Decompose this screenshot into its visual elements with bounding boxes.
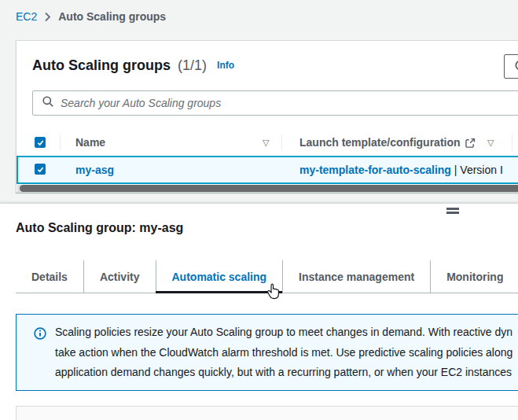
search-input[interactable] (61, 97, 518, 109)
breadcrumb: EC2 Auto Scaling groups (16, 10, 166, 23)
table-row[interactable]: my-asg my-template-for-auto-scaling | Ve… (17, 156, 518, 184)
banner-line: Scaling policies resize your Auto Scalin… (55, 322, 512, 343)
policies-section-header (16, 406, 518, 420)
sort-icon[interactable]: ▽ (487, 130, 494, 156)
column-header-name[interactable]: Name (75, 130, 105, 156)
asg-name-link[interactable]: my-asg (75, 157, 114, 182)
tab-automatic-scaling[interactable]: Automatic scaling (156, 260, 283, 293)
table-header: Name ▽ Launch template/configuration ▽ (17, 130, 518, 156)
banner-text: Scaling policies resize your Auto Scalin… (55, 322, 512, 383)
page-title-text: Auto Scaling groups (32, 57, 171, 73)
external-link-icon[interactable] (465, 138, 476, 152)
row-checkbox[interactable] (35, 164, 46, 175)
tab-label: Monitoring (446, 271, 503, 283)
tab-label: Details (31, 271, 68, 283)
tab-monitoring[interactable]: Monitoring (430, 260, 518, 293)
refresh-icon (514, 59, 518, 74)
page-title: Auto Scaling groups (1/1) Info (32, 57, 234, 74)
check-icon (36, 138, 45, 147)
tab-label: Automatic scaling (172, 271, 267, 283)
split-panel-title: Auto Scaling group: my-asg (16, 221, 183, 235)
split-panel: Auto Scaling group: my-asg Details Activ… (0, 203, 518, 420)
info-banner: Scaling policies resize your Auto Scalin… (16, 314, 518, 391)
tab-bar: Details Activity Automatic scaling Insta… (16, 260, 518, 293)
tab-label: Activity (100, 271, 140, 283)
tab-instance-management[interactable]: Instance management (282, 260, 430, 293)
column-header-launch-template[interactable]: Launch template/configuration (299, 130, 461, 156)
column-divider (512, 134, 512, 151)
info-link[interactable]: Info (217, 60, 234, 71)
column-divider (281, 134, 282, 151)
breadcrumb-chevron-icon (44, 12, 51, 22)
horizontal-scrollbar[interactable] (17, 185, 518, 192)
refresh-button[interactable] (504, 54, 518, 79)
banner-line: take action when the CloudWatch alarm th… (55, 343, 512, 363)
breadcrumb-current: Auto Scaling groups (58, 10, 166, 23)
launch-template-cell: my-template-for-auto-scaling | Version I (299, 157, 503, 182)
asg-table-panel: Auto Scaling groups (1/1) Info Name ▽ La… (16, 40, 518, 193)
tab-activity[interactable]: Activity (83, 260, 156, 293)
search-icon (42, 95, 54, 111)
tab-label: Instance management (299, 271, 414, 283)
column-divider (60, 134, 61, 151)
search-box (32, 90, 518, 116)
launch-template-link[interactable]: my-template-for-auto-scaling (299, 164, 451, 176)
split-panel-drag-handle[interactable] (446, 208, 459, 216)
breadcrumb-link-ec2[interactable]: EC2 (16, 10, 37, 23)
launch-template-version: | Version I (451, 164, 503, 176)
banner-line: application demand changes quickly, but … (55, 363, 512, 383)
result-count: (1/1) (178, 57, 207, 73)
info-icon (34, 327, 46, 343)
screen: EC2 Auto Scaling groups Auto Scaling gro… (0, 0, 518, 420)
select-all-checkbox[interactable] (35, 137, 46, 148)
sort-icon[interactable]: ▽ (263, 130, 269, 156)
check-icon (36, 165, 45, 174)
scrollbar-thumb[interactable] (20, 185, 518, 192)
tab-details[interactable]: Details (16, 260, 83, 293)
